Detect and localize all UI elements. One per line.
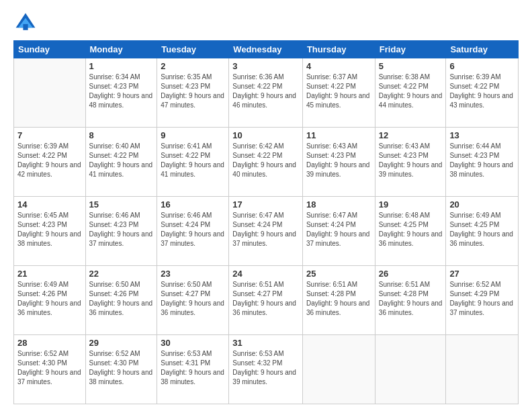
daylight-label: Daylight: 9 hours and 37 minutes. bbox=[17, 369, 81, 385]
sunset-label: Sunset: 4:29 PM bbox=[449, 290, 499, 298]
daylight-label: Daylight: 9 hours and 45 minutes. bbox=[306, 92, 370, 109]
day-cell bbox=[375, 335, 446, 404]
day-number: 20 bbox=[449, 199, 515, 210]
svg-rect-2 bbox=[23, 24, 28, 30]
day-info: Sunrise: 6:35 AMSunset: 4:23 PMDaylight:… bbox=[161, 73, 225, 110]
daylight-label: Daylight: 9 hours and 39 minutes. bbox=[379, 161, 443, 178]
sunset-label: Sunset: 4:23 PM bbox=[17, 221, 67, 228]
day-number: 31 bbox=[232, 338, 299, 348]
sunrise-label: Sunrise: 6:51 AM bbox=[306, 281, 357, 288]
day-cell: 1Sunrise: 6:34 AMSunset: 4:23 PMDaylight… bbox=[85, 58, 157, 128]
day-cell: 31Sunrise: 6:53 AMSunset: 4:32 PMDayligh… bbox=[229, 335, 303, 404]
day-cell: 9Sunrise: 6:41 AMSunset: 4:22 PMDaylight… bbox=[157, 128, 229, 197]
sunrise-label: Sunrise: 6:49 AM bbox=[449, 212, 500, 219]
sunset-label: Sunset: 4:23 PM bbox=[379, 152, 429, 159]
sunset-label: Sunset: 4:26 PM bbox=[89, 290, 139, 298]
day-info: Sunrise: 6:40 AMSunset: 4:22 PMDaylight:… bbox=[89, 142, 154, 179]
day-cell: 30Sunrise: 6:53 AMSunset: 4:31 PMDayligh… bbox=[157, 335, 229, 404]
day-cell: 11Sunrise: 6:43 AMSunset: 4:23 PMDayligh… bbox=[302, 128, 375, 197]
day-info: Sunrise: 6:51 AMSunset: 4:28 PMDaylight:… bbox=[379, 280, 443, 318]
day-number: 14 bbox=[17, 199, 82, 210]
sunset-label: Sunset: 4:22 PM bbox=[306, 83, 356, 90]
day-info: Sunrise: 6:49 AMSunset: 4:25 PMDaylight:… bbox=[449, 211, 515, 248]
sunset-label: Sunset: 4:27 PM bbox=[232, 290, 282, 298]
day-info: Sunrise: 6:49 AMSunset: 4:26 PMDaylight:… bbox=[17, 280, 82, 318]
day-number: 16 bbox=[161, 199, 225, 210]
sunset-label: Sunset: 4:25 PM bbox=[379, 221, 429, 228]
page: SundayMondayTuesdayWednesdayThursdayFrid… bbox=[0, 0, 532, 411]
day-cell: 2Sunrise: 6:35 AMSunset: 4:23 PMDaylight… bbox=[157, 58, 229, 128]
day-cell: 14Sunrise: 6:45 AMSunset: 4:23 PMDayligh… bbox=[14, 197, 86, 266]
day-number: 3 bbox=[232, 61, 299, 71]
header bbox=[13, 11, 519, 35]
day-cell: 6Sunrise: 6:39 AMSunset: 4:22 PMDaylight… bbox=[446, 58, 519, 128]
day-number: 24 bbox=[232, 269, 299, 279]
sunrise-label: Sunrise: 6:43 AM bbox=[306, 142, 357, 150]
sunrise-label: Sunrise: 6:50 AM bbox=[161, 281, 212, 288]
day-cell: 15Sunrise: 6:46 AMSunset: 4:23 PMDayligh… bbox=[85, 197, 157, 266]
week-row-1: 1Sunrise: 6:34 AMSunset: 4:23 PMDaylight… bbox=[14, 58, 519, 128]
day-info: Sunrise: 6:43 AMSunset: 4:23 PMDaylight:… bbox=[306, 142, 371, 179]
daylight-label: Daylight: 9 hours and 38 minutes. bbox=[89, 369, 153, 385]
day-info: Sunrise: 6:46 AMSunset: 4:24 PMDaylight:… bbox=[161, 211, 225, 248]
sunrise-label: Sunrise: 6:43 AM bbox=[379, 142, 430, 150]
day-info: Sunrise: 6:39 AMSunset: 4:22 PMDaylight:… bbox=[449, 73, 515, 110]
week-row-3: 14Sunrise: 6:45 AMSunset: 4:23 PMDayligh… bbox=[14, 197, 519, 266]
sunrise-label: Sunrise: 6:47 AM bbox=[306, 212, 357, 219]
day-info: Sunrise: 6:50 AMSunset: 4:26 PMDaylight:… bbox=[89, 280, 154, 318]
day-info: Sunrise: 6:41 AMSunset: 4:22 PMDaylight:… bbox=[161, 142, 225, 179]
daylight-label: Daylight: 9 hours and 36 minutes. bbox=[17, 300, 81, 316]
sunset-label: Sunset: 4:23 PM bbox=[89, 221, 139, 228]
day-cell: 24Sunrise: 6:51 AMSunset: 4:27 PMDayligh… bbox=[229, 266, 303, 335]
sunset-label: Sunset: 4:24 PM bbox=[306, 221, 356, 228]
sunrise-label: Sunrise: 6:52 AM bbox=[449, 281, 500, 288]
day-number: 26 bbox=[379, 269, 443, 279]
day-info: Sunrise: 6:50 AMSunset: 4:27 PMDaylight:… bbox=[161, 280, 225, 318]
day-cell: 21Sunrise: 6:49 AMSunset: 4:26 PMDayligh… bbox=[14, 266, 86, 335]
day-number: 9 bbox=[161, 130, 225, 140]
calendar-table: SundayMondayTuesdayWednesdayThursdayFrid… bbox=[13, 40, 519, 404]
sunset-label: Sunset: 4:22 PM bbox=[449, 83, 499, 90]
day-cell: 16Sunrise: 6:46 AMSunset: 4:24 PMDayligh… bbox=[157, 197, 229, 266]
day-cell: 10Sunrise: 6:42 AMSunset: 4:22 PMDayligh… bbox=[229, 128, 303, 197]
daylight-label: Daylight: 9 hours and 43 minutes. bbox=[449, 92, 513, 109]
sunrise-label: Sunrise: 6:35 AM bbox=[161, 73, 212, 81]
weekday-wednesday: Wednesday bbox=[229, 41, 303, 58]
day-cell bbox=[302, 335, 375, 404]
weekday-sunday: Sunday bbox=[14, 41, 86, 58]
daylight-label: Daylight: 9 hours and 46 minutes. bbox=[232, 92, 296, 109]
sunrise-label: Sunrise: 6:34 AM bbox=[89, 73, 140, 81]
daylight-label: Daylight: 9 hours and 44 minutes. bbox=[379, 92, 443, 109]
daylight-label: Daylight: 9 hours and 36 minutes. bbox=[232, 300, 296, 316]
daylight-label: Daylight: 9 hours and 41 minutes. bbox=[89, 161, 153, 178]
daylight-label: Daylight: 9 hours and 39 minutes. bbox=[232, 369, 296, 385]
day-cell: 20Sunrise: 6:49 AMSunset: 4:25 PMDayligh… bbox=[446, 197, 519, 266]
daylight-label: Daylight: 9 hours and 37 minutes. bbox=[232, 230, 296, 247]
day-info: Sunrise: 6:47 AMSunset: 4:24 PMDaylight:… bbox=[232, 211, 299, 248]
daylight-label: Daylight: 9 hours and 36 minutes. bbox=[89, 300, 153, 316]
sunset-label: Sunset: 4:31 PM bbox=[161, 359, 210, 367]
sunrise-label: Sunrise: 6:52 AM bbox=[89, 350, 140, 357]
day-number: 5 bbox=[379, 61, 443, 71]
day-number: 11 bbox=[306, 130, 371, 140]
sunrise-label: Sunrise: 6:51 AM bbox=[379, 281, 430, 288]
day-number: 1 bbox=[89, 61, 154, 71]
sunset-label: Sunset: 4:22 PM bbox=[89, 152, 139, 159]
sunset-label: Sunset: 4:22 PM bbox=[232, 83, 282, 90]
sunrise-label: Sunrise: 6:51 AM bbox=[232, 281, 283, 288]
sunrise-label: Sunrise: 6:46 AM bbox=[161, 212, 212, 219]
daylight-label: Daylight: 9 hours and 38 minutes. bbox=[17, 230, 81, 247]
daylight-label: Daylight: 9 hours and 36 minutes. bbox=[379, 230, 443, 247]
day-info: Sunrise: 6:51 AMSunset: 4:28 PMDaylight:… bbox=[306, 280, 371, 318]
sunset-label: Sunset: 4:23 PM bbox=[449, 152, 499, 159]
daylight-label: Daylight: 9 hours and 36 minutes. bbox=[306, 300, 370, 316]
weekday-monday: Monday bbox=[85, 41, 157, 58]
logo-icon bbox=[13, 11, 38, 35]
day-number: 28 bbox=[17, 338, 82, 348]
sunrise-label: Sunrise: 6:47 AM bbox=[232, 212, 283, 219]
sunset-label: Sunset: 4:25 PM bbox=[449, 221, 499, 228]
day-number: 29 bbox=[89, 338, 154, 348]
day-number: 27 bbox=[449, 269, 515, 279]
sunset-label: Sunset: 4:32 PM bbox=[232, 359, 282, 367]
daylight-label: Daylight: 9 hours and 37 minutes. bbox=[449, 300, 513, 316]
